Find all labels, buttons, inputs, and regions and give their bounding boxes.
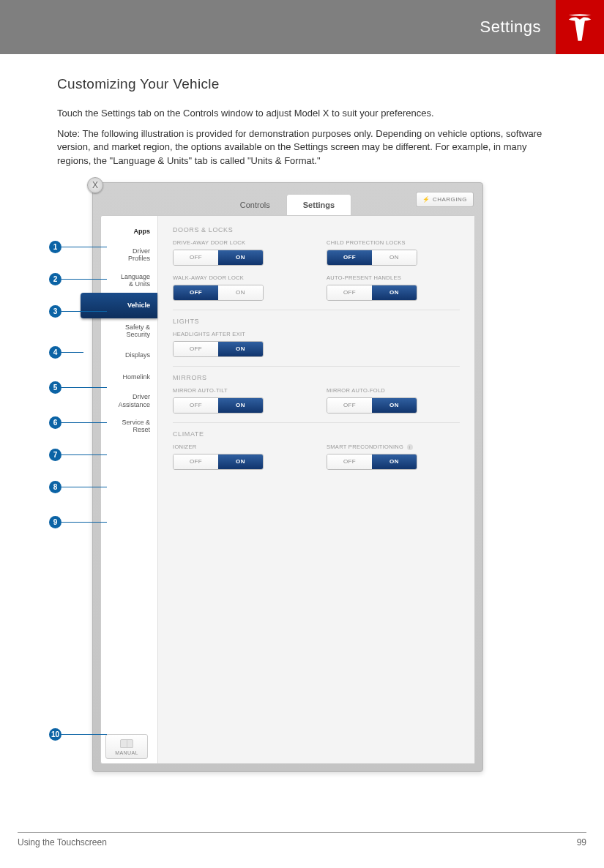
toggle-off[interactable]: OFF — [327, 398, 372, 413]
manual-label: MANUAL — [115, 750, 138, 755]
label-child-protection-locks: CHILD PROTECTION LOCKS — [327, 239, 460, 246]
label-mirror-auto-tilt: MIRROR AUTO-TILT — [173, 387, 306, 394]
sidebar-item-homelink[interactable]: Homelink — [101, 366, 157, 388]
callout-6: 6 — [49, 416, 61, 429]
toggle-drive-away-door-lock[interactable]: OFF ON — [173, 250, 264, 266]
label-drive-away-door-lock: DRIVE-AWAY DOOR LOCK — [173, 239, 306, 246]
sidebar-item-driver-assistance[interactable]: DriverAssistance — [101, 388, 157, 414]
toggle-off[interactable]: OFF — [174, 250, 218, 265]
sidebar-item-vehicle[interactable]: Vehicle — [81, 293, 157, 318]
label-mirror-auto-fold: MIRROR AUTO-FOLD — [327, 387, 460, 394]
inner-panel: Apps DriverProfiles Language& Units Vehi… — [100, 215, 475, 764]
bolt-icon: ⚡ — [422, 196, 430, 203]
label-headlights-after-exit: HEADLIGHTS AFTER EXIT — [173, 331, 306, 337]
group-climate: CLIMATE — [173, 430, 460, 438]
group-doors-locks: DOORS & LOCKS — [173, 226, 460, 233]
callout-8: 8 — [49, 481, 61, 493]
toggle-on[interactable]: ON — [218, 342, 263, 356]
tesla-logo — [556, 0, 604, 54]
toggle-mirror-auto-fold[interactable]: OFF ON — [327, 397, 417, 414]
toggle-on[interactable]: ON — [218, 454, 263, 469]
intro-paragraph-2: Note: The following illustration is prov… — [57, 127, 554, 168]
toggle-on[interactable]: ON — [372, 250, 417, 265]
sidebar-item-safety-security[interactable]: Safety &Security — [101, 318, 157, 344]
callout-9: 9 — [49, 516, 61, 528]
toggle-ionizer[interactable]: OFF ON — [173, 454, 264, 470]
group-mirrors: MIRRORS — [173, 374, 460, 381]
toggle-smart-preconditioning[interactable]: OFF ON — [327, 454, 417, 470]
tab-controls[interactable]: Controls — [224, 195, 286, 215]
toggle-headlights-after-exit[interactable]: OFF ON — [173, 341, 264, 357]
content-area: Customizing Your Vehicle Touch the Setti… — [0, 54, 604, 168]
sidebar-item-language-units[interactable]: Language& Units — [101, 268, 157, 293]
callout-2: 2 — [49, 273, 61, 285]
sidebar-item-driver-profiles[interactable]: DriverProfiles — [101, 242, 157, 268]
toggle-off[interactable]: OFF — [174, 285, 218, 300]
label-auto-present-handles: AUTO-PRESENT HANDLES — [327, 274, 460, 281]
tesla-logo-icon — [567, 13, 592, 41]
toggle-on[interactable]: ON — [372, 285, 417, 300]
settings-panel: X Controls Settings ⚡ CHARGING Apps Driv… — [92, 182, 483, 772]
settings-sidebar: Apps DriverProfiles Language& Units Vehi… — [101, 216, 158, 763]
toggle-off[interactable]: OFF — [174, 454, 218, 469]
callout-4: 4 — [49, 346, 61, 359]
toggle-on[interactable]: ON — [218, 285, 263, 300]
toggle-walk-away-door-lock[interactable]: OFF ON — [173, 285, 264, 301]
group-lights: LIGHTS — [173, 318, 460, 325]
sidebar-item-service-reset[interactable]: Service &Reset — [101, 414, 157, 439]
book-icon — [120, 739, 133, 748]
header-bar: Settings — [0, 0, 604, 54]
callout-3: 3 — [49, 305, 61, 318]
charging-label: CHARGING — [433, 196, 467, 203]
toggle-on[interactable]: ON — [372, 398, 417, 413]
page-number: 99 — [577, 837, 586, 848]
toggle-child-protection-locks[interactable]: OFF ON — [327, 250, 417, 266]
page-title: Settings — [480, 18, 542, 37]
toggle-on[interactable]: ON — [372, 454, 417, 469]
toggle-off[interactable]: OFF — [174, 398, 218, 413]
callout-7: 7 — [49, 449, 61, 461]
intro-paragraph-1: Touch the Settings tab on the Controls w… — [57, 107, 554, 120]
sidebar-item-displays[interactable]: Displays — [101, 344, 157, 366]
label-smart-preconditioning: SMART PRECONDITIONING i — [327, 444, 460, 450]
toggle-off[interactable]: OFF — [327, 285, 372, 300]
label-ionizer: IONIZER — [173, 444, 306, 450]
toggle-off[interactable]: OFF — [174, 342, 218, 356]
toggle-on[interactable]: ON — [218, 250, 263, 265]
toggle-on[interactable]: ON — [218, 398, 263, 413]
callout-1: 1 — [49, 241, 61, 253]
manual-button[interactable]: MANUAL — [105, 734, 148, 759]
toggle-off[interactable]: OFF — [327, 250, 372, 265]
label-walk-away-door-lock: WALK-AWAY DOOR LOCK — [173, 274, 306, 281]
page-footer: Using the Touchscreen 99 — [18, 832, 586, 848]
sidebar-item-apps[interactable]: Apps — [101, 220, 157, 242]
charging-button[interactable]: ⚡ CHARGING — [416, 192, 474, 207]
tab-settings[interactable]: Settings — [286, 194, 351, 215]
info-icon[interactable]: i — [407, 444, 413, 450]
toggle-off[interactable]: OFF — [327, 454, 372, 469]
callout-10: 10 — [49, 728, 61, 741]
settings-main: DOORS & LOCKS DRIVE-AWAY DOOR LOCK OFF O… — [158, 216, 474, 763]
toggle-mirror-auto-tilt[interactable]: OFF ON — [173, 397, 264, 414]
footer-section: Using the Touchscreen — [18, 837, 107, 848]
toggle-auto-present-handles[interactable]: OFF ON — [327, 285, 417, 301]
callout-5: 5 — [49, 381, 61, 394]
section-heading: Customizing Your Vehicle — [57, 76, 554, 92]
